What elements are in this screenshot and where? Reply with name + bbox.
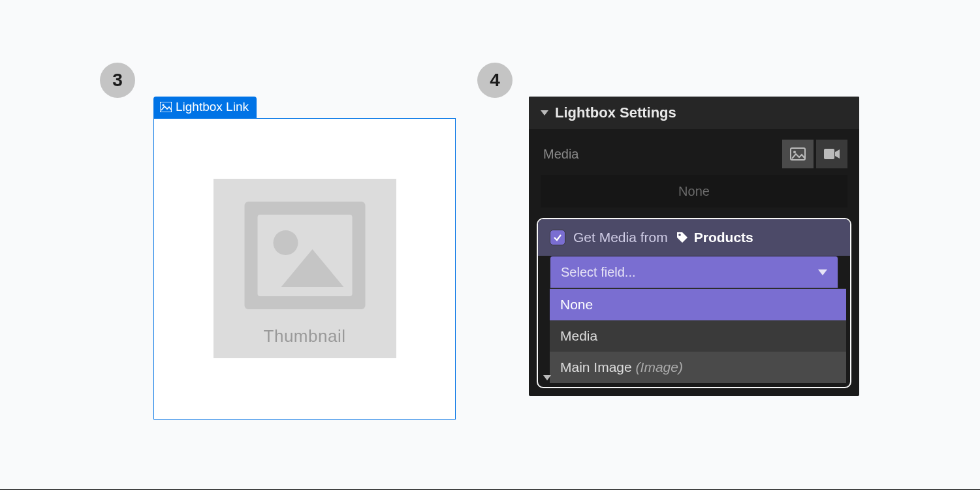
lightbox-settings-panel: Lightbox Settings Media None Get Media f…: [529, 97, 859, 396]
collection-chip[interactable]: Products: [676, 230, 753, 245]
media-type-image-button[interactable]: [782, 140, 814, 168]
option-meta: (Image): [636, 360, 683, 375]
tag-icon: [676, 231, 689, 244]
dropdown-option-main-image[interactable]: Main Image (Image): [550, 352, 846, 383]
element-selection-tag[interactable]: Lightbox Link: [153, 97, 257, 118]
dropdown-option-none[interactable]: None: [550, 289, 846, 320]
media-row: Media: [529, 129, 859, 175]
svg-point-5: [678, 234, 681, 236]
media-value-box[interactable]: None: [541, 175, 847, 207]
image-icon: [790, 147, 806, 161]
svg-point-1: [162, 104, 164, 106]
canvas-element-wrap: Lightbox Link Thumbnail: [153, 97, 456, 420]
panel-header[interactable]: Lightbox Settings: [529, 97, 859, 129]
field-select[interactable]: Select field...: [550, 256, 838, 288]
collapse-caret-icon: [541, 110, 548, 115]
field-dropdown: None Media Main Image (Image): [550, 288, 846, 383]
option-label: Main Image: [560, 360, 632, 375]
step-number: 4: [490, 70, 500, 91]
step-badge-3: 3: [100, 63, 135, 98]
thumbnail-placeholder: Thumbnail: [213, 179, 396, 358]
svg-rect-4: [824, 149, 834, 159]
dropdown-caret-icon: [818, 269, 827, 275]
media-value: None: [678, 184, 710, 199]
thumbnail-label: Thumbnail: [264, 326, 346, 346]
panel-title: Lightbox Settings: [555, 104, 676, 121]
field-select-placeholder: Select field...: [561, 265, 636, 280]
cms-binding-section: Get Media from Products Select field... …: [537, 218, 851, 388]
element-label: Lightbox Link: [176, 100, 249, 115]
media-type-video-button[interactable]: [816, 140, 847, 168]
option-label: Media: [560, 328, 597, 343]
image-placeholder-icon: [244, 202, 365, 309]
svg-point-3: [793, 151, 796, 153]
check-icon: [553, 233, 562, 242]
step-number: 3: [112, 70, 123, 91]
dropdown-option-media[interactable]: Media: [550, 320, 846, 352]
binding-header: Get Media from Products: [538, 219, 850, 256]
media-type-toggle: [782, 140, 847, 168]
section-collapse-caret-icon: [543, 375, 551, 380]
step-badge-4: 4: [477, 63, 513, 98]
media-label: Media: [543, 147, 578, 162]
lightbox-link-element[interactable]: Thumbnail: [153, 118, 456, 420]
lightbox-link-icon: [160, 102, 172, 112]
get-media-from-label: Get Media from: [573, 230, 668, 245]
collection-name: Products: [694, 230, 753, 245]
video-icon: [823, 148, 840, 160]
get-media-from-checkbox[interactable]: [550, 230, 565, 245]
option-label: None: [560, 297, 593, 312]
